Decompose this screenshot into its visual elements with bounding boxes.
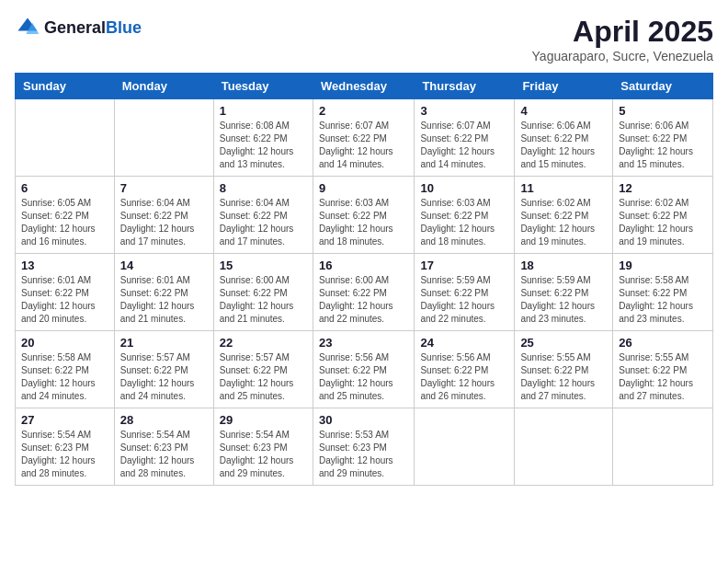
- day-info: Sunrise: 6:01 AM Sunset: 6:22 PM Dayligh…: [120, 274, 208, 326]
- day-info: Sunrise: 6:03 AM Sunset: 6:22 PM Dayligh…: [420, 197, 508, 248]
- day-number: 28: [120, 413, 208, 427]
- calendar-cell: 22Sunrise: 5:57 AM Sunset: 6:22 PM Dayli…: [213, 331, 313, 408]
- calendar-cell: 18Sunrise: 5:59 AM Sunset: 6:22 PM Dayli…: [515, 254, 613, 331]
- day-info: Sunrise: 6:07 AM Sunset: 6:22 PM Dayligh…: [319, 120, 408, 171]
- day-number: 21: [120, 336, 208, 350]
- logo-text-blue: Blue: [106, 18, 142, 37]
- calendar-cell: 15Sunrise: 6:00 AM Sunset: 6:22 PM Dayli…: [213, 254, 313, 331]
- day-number: 26: [619, 336, 707, 350]
- day-info: Sunrise: 5:54 AM Sunset: 6:23 PM Dayligh…: [21, 429, 108, 480]
- day-info: Sunrise: 6:04 AM Sunset: 6:22 PM Dayligh…: [120, 197, 208, 248]
- month-title: April 2025: [532, 15, 713, 49]
- calendar-table: SundayMondayTuesdayWednesdayThursdayFrid…: [15, 73, 713, 486]
- day-info: Sunrise: 5:58 AM Sunset: 6:22 PM Dayligh…: [619, 274, 707, 326]
- day-number: 19: [619, 259, 707, 272]
- day-number: 13: [21, 259, 108, 272]
- day-info: Sunrise: 5:58 AM Sunset: 6:22 PM Dayligh…: [21, 351, 108, 403]
- day-number: 30: [319, 413, 408, 427]
- day-number: 25: [520, 336, 607, 350]
- day-info: Sunrise: 5:57 AM Sunset: 6:22 PM Dayligh…: [120, 351, 208, 403]
- day-number: 17: [420, 259, 508, 272]
- day-number: 10: [420, 181, 508, 195]
- day-number: 1: [220, 104, 307, 118]
- logo-icon: [15, 15, 40, 40]
- day-info: Sunrise: 5:55 AM Sunset: 6:22 PM Dayligh…: [520, 351, 607, 403]
- calendar-cell: 17Sunrise: 5:59 AM Sunset: 6:22 PM Dayli…: [415, 254, 515, 331]
- day-info: Sunrise: 6:02 AM Sunset: 6:22 PM Dayligh…: [520, 197, 607, 248]
- day-number: 14: [120, 259, 208, 272]
- logo: GeneralBlue: [15, 15, 142, 40]
- calendar-cell: 8Sunrise: 6:04 AM Sunset: 6:22 PM Daylig…: [213, 177, 313, 254]
- week-row-3: 13Sunrise: 6:01 AM Sunset: 6:22 PM Dayli…: [16, 254, 713, 331]
- day-info: Sunrise: 5:59 AM Sunset: 6:22 PM Dayligh…: [520, 274, 607, 326]
- day-info: Sunrise: 6:00 AM Sunset: 6:22 PM Dayligh…: [319, 274, 408, 326]
- calendar-cell: 4Sunrise: 6:06 AM Sunset: 6:22 PM Daylig…: [515, 99, 613, 177]
- day-number: 9: [319, 181, 408, 195]
- day-info: Sunrise: 5:57 AM Sunset: 6:22 PM Dayligh…: [220, 351, 307, 403]
- calendar-cell: 5Sunrise: 6:06 AM Sunset: 6:22 PM Daylig…: [613, 99, 713, 177]
- day-info: Sunrise: 6:04 AM Sunset: 6:22 PM Dayligh…: [220, 197, 307, 248]
- day-number: 20: [21, 336, 108, 350]
- day-info: Sunrise: 6:05 AM Sunset: 6:22 PM Dayligh…: [21, 197, 108, 248]
- day-number: 27: [21, 413, 108, 427]
- calendar-cell: 3Sunrise: 6:07 AM Sunset: 6:22 PM Daylig…: [415, 99, 515, 177]
- day-info: Sunrise: 5:56 AM Sunset: 6:22 PM Dayligh…: [319, 351, 408, 403]
- day-info: Sunrise: 5:55 AM Sunset: 6:22 PM Dayligh…: [619, 351, 707, 403]
- calendar-cell: 1Sunrise: 6:08 AM Sunset: 6:22 PM Daylig…: [213, 99, 313, 177]
- day-number: 22: [220, 336, 307, 350]
- day-number: 4: [520, 104, 607, 118]
- calendar-cell: 30Sunrise: 5:53 AM Sunset: 6:23 PM Dayli…: [313, 408, 414, 486]
- day-info: Sunrise: 5:59 AM Sunset: 6:22 PM Dayligh…: [420, 274, 508, 326]
- page-header: GeneralBlue April 2025 Yaguaraparo, Sucr…: [15, 15, 713, 63]
- day-number: 7: [120, 181, 208, 195]
- week-row-2: 6Sunrise: 6:05 AM Sunset: 6:22 PM Daylig…: [16, 177, 713, 254]
- day-info: Sunrise: 6:00 AM Sunset: 6:22 PM Dayligh…: [220, 274, 307, 326]
- weekday-header-wednesday: Wednesday: [313, 74, 414, 99]
- title-area: April 2025 Yaguaraparo, Sucre, Venezuela: [532, 15, 713, 63]
- calendar-cell: 16Sunrise: 6:00 AM Sunset: 6:22 PM Dayli…: [313, 254, 414, 331]
- calendar-cell: 6Sunrise: 6:05 AM Sunset: 6:22 PM Daylig…: [16, 177, 115, 254]
- calendar-cell: 25Sunrise: 5:55 AM Sunset: 6:22 PM Dayli…: [515, 331, 613, 408]
- day-number: 15: [220, 259, 307, 272]
- week-row-1: 1Sunrise: 6:08 AM Sunset: 6:22 PM Daylig…: [16, 99, 713, 177]
- day-number: 12: [619, 181, 707, 195]
- calendar-cell: 10Sunrise: 6:03 AM Sunset: 6:22 PM Dayli…: [415, 177, 515, 254]
- calendar-cell: 13Sunrise: 6:01 AM Sunset: 6:22 PM Dayli…: [16, 254, 115, 331]
- day-info: Sunrise: 5:53 AM Sunset: 6:23 PM Dayligh…: [319, 429, 408, 480]
- calendar-cell: [613, 408, 713, 486]
- calendar-cell: 20Sunrise: 5:58 AM Sunset: 6:22 PM Dayli…: [16, 331, 115, 408]
- calendar-cell: [114, 99, 213, 177]
- day-number: 24: [420, 336, 508, 350]
- weekday-header-monday: Monday: [114, 74, 213, 99]
- calendar-cell: 14Sunrise: 6:01 AM Sunset: 6:22 PM Dayli…: [114, 254, 213, 331]
- weekday-header-tuesday: Tuesday: [213, 74, 313, 99]
- day-number: 2: [319, 104, 408, 118]
- logo-text-general: General: [44, 18, 106, 37]
- day-number: 5: [619, 104, 707, 118]
- day-number: 23: [319, 336, 408, 350]
- day-info: Sunrise: 6:03 AM Sunset: 6:22 PM Dayligh…: [319, 197, 408, 248]
- day-number: 18: [520, 259, 607, 272]
- calendar-cell: 7Sunrise: 6:04 AM Sunset: 6:22 PM Daylig…: [114, 177, 213, 254]
- day-number: 3: [420, 104, 508, 118]
- calendar-cell: 27Sunrise: 5:54 AM Sunset: 6:23 PM Dayli…: [16, 408, 115, 486]
- calendar-cell: [415, 408, 515, 486]
- calendar-cell: 11Sunrise: 6:02 AM Sunset: 6:22 PM Dayli…: [515, 177, 613, 254]
- calendar-cell: 23Sunrise: 5:56 AM Sunset: 6:22 PM Dayli…: [313, 331, 414, 408]
- day-info: Sunrise: 6:02 AM Sunset: 6:22 PM Dayligh…: [619, 197, 707, 248]
- day-info: Sunrise: 6:07 AM Sunset: 6:22 PM Dayligh…: [420, 120, 508, 171]
- weekday-header-saturday: Saturday: [613, 74, 713, 99]
- calendar-cell: 29Sunrise: 5:54 AM Sunset: 6:23 PM Dayli…: [213, 408, 313, 486]
- day-info: Sunrise: 6:01 AM Sunset: 6:22 PM Dayligh…: [21, 274, 108, 326]
- weekday-header-friday: Friday: [515, 74, 613, 99]
- day-number: 16: [319, 259, 408, 272]
- day-number: 11: [520, 181, 607, 195]
- day-number: 29: [220, 413, 307, 427]
- weekday-header-sunday: Sunday: [16, 74, 115, 99]
- week-row-4: 20Sunrise: 5:58 AM Sunset: 6:22 PM Dayli…: [16, 331, 713, 408]
- location-title: Yaguaraparo, Sucre, Venezuela: [532, 49, 713, 63]
- day-info: Sunrise: 6:06 AM Sunset: 6:22 PM Dayligh…: [520, 120, 607, 171]
- day-info: Sunrise: 6:06 AM Sunset: 6:22 PM Dayligh…: [619, 120, 707, 171]
- calendar-cell: 2Sunrise: 6:07 AM Sunset: 6:22 PM Daylig…: [313, 99, 414, 177]
- calendar-cell: 26Sunrise: 5:55 AM Sunset: 6:22 PM Dayli…: [613, 331, 713, 408]
